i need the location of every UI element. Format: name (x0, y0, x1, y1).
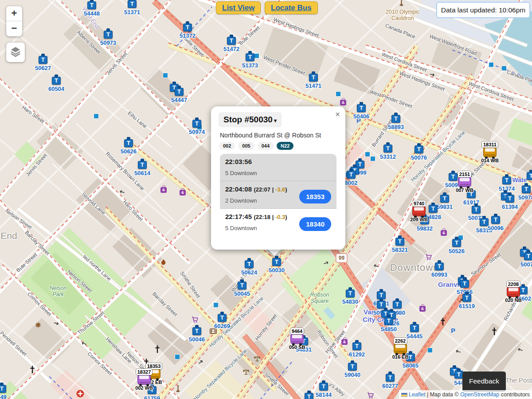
close-icon[interactable]: × (335, 110, 340, 118)
bus-marker[interactable]: 18311014 WB (480, 141, 500, 163)
transit-stop-marker[interactable]: T51472 (227, 37, 236, 45)
stop-id-label: 61394 (502, 203, 518, 210)
bus-marker[interactable]: 9464050 SB (287, 328, 307, 350)
stop-id-label: 59040 (344, 372, 360, 378)
contributors-text: contributors (499, 391, 530, 398)
mini-stop-square[interactable] (489, 63, 493, 67)
transit-stop-marker[interactable]: T51374 (502, 176, 511, 184)
transit-stop-marker[interactable]: T50973 (104, 31, 113, 39)
osm-link[interactable]: OpenStreetMap (460, 391, 499, 398)
zoom-out-button[interactable]: − (6, 21, 22, 36)
feedback-button[interactable]: Feedback (462, 372, 506, 392)
mini-stop-square[interactable] (371, 156, 375, 161)
transit-stop-marker[interactable]: T51371 (128, 0, 137, 8)
mini-stop-square[interactable] (254, 54, 259, 58)
mini-stop-square[interactable] (175, 355, 180, 359)
transit-stop-marker[interactable]: T54448 (87, 1, 96, 9)
transit-stop-marker[interactable]: T57966 (460, 280, 469, 288)
transit-stop-marker[interactable]: T544 (454, 371, 463, 379)
transit-stop-marker[interactable]: T60980 (393, 301, 402, 309)
stop-t-icon: T (505, 195, 514, 203)
transit-stop-marker[interactable]: T50626 (124, 139, 133, 147)
transit-stop-marker[interactable]: T50974 (192, 120, 201, 128)
list-view-button[interactable]: List View (216, 1, 261, 14)
vehicle-number-button[interactable]: 18340 (299, 217, 331, 231)
transit-stop-marker[interactable]: T54445 (410, 324, 419, 332)
leaflet-link[interactable]: Leaflet (409, 391, 426, 398)
transit-stop-marker[interactable]: T54828 (429, 205, 438, 213)
transit-stop-marker[interactable]: T53312 (383, 145, 392, 153)
transit-stop-marker[interactable]: T60504 (52, 77, 61, 85)
transit-stop-marker[interactable]: T60269 (218, 314, 227, 322)
transit-stop-marker[interactable]: T51372 (183, 23, 192, 31)
stop-t-icon: T (192, 327, 201, 335)
locate-bus-button[interactable]: Locate Bus (265, 1, 318, 14)
stop-t-icon: T (319, 383, 328, 391)
transit-stop-marker[interactable]: T54447 (175, 88, 184, 96)
transit-stop-marker[interactable]: T54830 (346, 289, 355, 297)
transit-stop-marker[interactable]: T58893 (391, 115, 400, 123)
transit-stop-marker[interactable]: T50076 (415, 145, 423, 153)
route-badge-002[interactable]: 002 (219, 142, 235, 150)
transit-stop-marker[interactable]: T51471 (309, 74, 318, 82)
transit-stop-marker[interactable]: T50978 (522, 185, 531, 193)
bus-icon (290, 333, 304, 344)
mini-stop-square[interactable] (94, 114, 98, 118)
stop-t-icon: T (175, 88, 184, 96)
mini-stop-square[interactable] (428, 348, 432, 352)
route-badge-N22[interactable]: N22 (277, 142, 293, 150)
transit-stop-marker[interactable]: T8002 (347, 171, 356, 179)
transit-stop-marker[interactable]: T50077 (472, 206, 481, 214)
transit-stop-marker[interactable]: T59040 (348, 363, 357, 371)
transit-stop-marker[interactable]: T61292 (352, 342, 361, 350)
transit-stop-marker[interactable]: T50030 (272, 258, 281, 266)
transit-stop-marker[interactable]: T60277 (386, 374, 395, 382)
layers-control[interactable] (6, 43, 25, 62)
mini-stop-square[interactable] (365, 152, 370, 156)
stop-id-label: 50978 (518, 194, 532, 201)
transit-stop-marker[interactable]: T61519 (462, 294, 471, 302)
transit-stop-marker[interactable]: T58144 (319, 383, 328, 391)
highway-99-shield: 99 (336, 253, 348, 263)
stop-t-icon: T (522, 185, 531, 193)
arrival-destination: 5 Downtown (225, 170, 331, 176)
transit-stop-marker[interactable]: T50096 (491, 216, 500, 224)
mini-stop-square[interactable] (214, 303, 218, 307)
stop-t-icon: T (502, 176, 511, 184)
transit-stop-marker[interactable]: T59831 (440, 195, 449, 203)
transit-stop-marker[interactable]: T51373 (246, 53, 254, 61)
bus-marker[interactable]: 18327002 WB (134, 369, 154, 391)
place-label: Robson Square (310, 292, 329, 304)
stop-id-label: 50078 (520, 261, 532, 268)
transit-stop-marker[interactable]: T50046 (192, 327, 201, 335)
zoom-in-button[interactable]: + (6, 6, 22, 21)
transit-stop-marker[interactable]: T50624 (245, 260, 254, 268)
transit-stop-marker[interactable]: T61394 (505, 195, 514, 203)
transit-stop-marker[interactable]: T (527, 172, 532, 180)
scheduled-time: (22:18 | (254, 214, 275, 220)
transit-stop-marker[interactable]: T50406 (357, 104, 366, 112)
route-badge-005[interactable]: 005 (238, 142, 254, 150)
route-badge-044[interactable]: 044 (258, 142, 274, 150)
bus-marker[interactable]: 2208020 NB (504, 281, 523, 303)
transit-stop-marker[interactable]: T50078 (524, 252, 532, 260)
vehicle-number-button[interactable]: 18353 (299, 190, 331, 203)
transit-stop-marker[interactable]: T50045 (238, 282, 246, 289)
transit-stop-marker[interactable]: T50627 (39, 56, 47, 64)
bus-marker[interactable]: 2151007 WB (455, 171, 474, 193)
mini-stop-square[interactable] (163, 73, 168, 78)
transit-stop-marker[interactable]: T949 (0, 385, 6, 393)
stop-title-dropdown[interactable]: Stop #50030▾ (219, 112, 282, 127)
transit-stop-marker[interactable]: T50526 (452, 239, 461, 247)
bus-marker[interactable]: 9740209 WB (409, 200, 429, 222)
bus-marker[interactable]: 2262016 EB (391, 338, 410, 360)
mini-stop-square[interactable] (502, 66, 506, 70)
arrival-row: 22:17:45 (22:18 | -0.3)5 Downtown18340 (220, 209, 336, 236)
transit-stop-marker[interactable]: T60993 (435, 262, 444, 270)
transit-stop-marker[interactable]: T (305, 393, 313, 399)
transit-stop-marker[interactable]: T50614 (138, 161, 147, 169)
mini-stop-square[interactable] (336, 92, 340, 96)
transit-stop-marker[interactable]: T54850 (384, 317, 393, 325)
stop-id-label: 61292 (349, 351, 365, 358)
transit-stop-marker[interactable]: T58321 (395, 238, 404, 246)
